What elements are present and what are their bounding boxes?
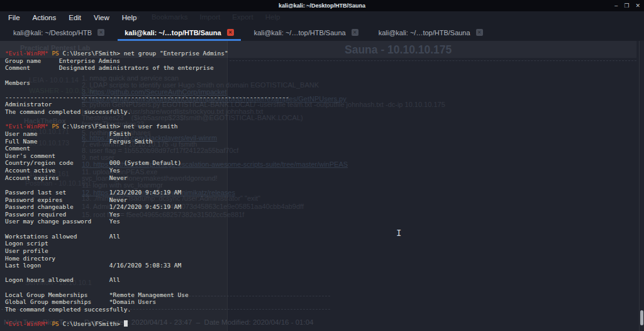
background-separator-rule (230, 60, 636, 61)
terminal-output: *Evil-WinRM* PS C:\Users\FSmith> net gro… (0, 41, 289, 328)
terminal-line: User's comment (5, 152, 55, 159)
terminal-viewport[interactable]: Sauna - 10.10.10.175 Node Type: Rich Tex… (0, 41, 644, 331)
tab-label: kali@kali: ~/…top/HTB/Sauna (254, 29, 346, 36)
menu-bar: View Bookmarks Import Export Help FileAc… (0, 11, 644, 24)
tab-close-icon[interactable]: ✕ (352, 29, 358, 36)
window-titlebar: Scan-Notes - CherryTree 0.38.6 kali@kali… (0, 0, 644, 11)
window-title: kali@kali: ~/Desktop/HTB/Sauna (279, 3, 365, 9)
terminal-line: *Evil-WinRM* PS C:\Users\FSmith> net use… (5, 123, 178, 130)
tab-label: kali@kali: ~/Desktop/HTB (13, 29, 92, 36)
scrollbar[interactable] (639, 41, 644, 331)
tab-label: kali@kali: ~/…top/HTB/Sauna (379, 29, 470, 36)
minimize-icon[interactable]: – (614, 0, 618, 11)
close-icon[interactable]: ✕ (635, 0, 640, 11)
tab-close-icon[interactable]: ✕ (227, 29, 234, 36)
tab-close-icon[interactable]: ✕ (97, 29, 104, 36)
terminal-line: Local Group Memberships *Remote Manageme… (5, 291, 189, 298)
terminal-window: Scan-Notes - CherryTree 0.38.6 kali@kali… (0, 0, 644, 331)
tab-bar: kali@kali: ~/Desktop/HTB✕kali@kali: ~/…t… (0, 24, 644, 41)
background-note-heading: Sauna - 10.10.10.175 (345, 43, 452, 57)
terminal-line: ----------------------------------------… (5, 94, 289, 101)
terminal-line: Password expires Never (5, 196, 127, 203)
window-controls: – ❐ ✕ (614, 0, 640, 11)
terminal-line: User name FSmith (5, 130, 131, 137)
terminal-line: Group name Enterprise Admins (5, 57, 120, 64)
terminal-line: The command completed successfully. (5, 108, 131, 115)
terminal-line: Comment Designated administrators of the… (5, 64, 214, 71)
maximize-icon[interactable]: ❐ (624, 0, 629, 11)
terminal-line: Password required Yes (5, 211, 120, 218)
terminal-line: *Evil-WinRM* PS C:\Users\FSmith> net gro… (5, 50, 228, 57)
terminal-tab-4[interactable]: kali@kali: ~/…top/HTB/Sauna✕ (372, 24, 490, 41)
terminal-line: User may change password Yes (5, 218, 120, 225)
terminal-line: Logon hours allowed All (5, 276, 120, 283)
terminal-line: *Evil-WinRM* PS C:\Users\FSmith> (5, 320, 124, 327)
terminal-line: Full Name Fergus Smith (5, 138, 153, 145)
terminal-line: The command completed successfully. (5, 306, 131, 313)
menu-item-file[interactable]: File (6, 13, 22, 23)
terminal-cursor (124, 320, 128, 327)
terminal-line: Password changeable 1/24/2020 9:45:19 AM (5, 203, 181, 210)
tab-close-icon[interactable]: ✕ (476, 29, 483, 36)
terminal-line: Administrator (5, 101, 52, 108)
terminal-line: Global Group memberships *Domain Users (5, 298, 156, 305)
terminal-line: Comment (5, 145, 30, 152)
terminal-line: User profile (5, 247, 48, 254)
scrollbar-thumb[interactable] (640, 310, 643, 325)
terminal-line: Account active Yes (5, 167, 120, 174)
terminal-line: Password last set 1/23/2020 9:45:19 AM (5, 189, 181, 196)
tab-label: kali@kali: ~/…top/HTB/Sauna (125, 29, 221, 36)
ibeam-pointer-icon: I (396, 228, 401, 238)
terminal-line: Members (5, 79, 30, 86)
terminal-line: Last logon 4/16/2020 5:08:33 AM (5, 262, 181, 269)
terminal-line: Workstations allowed All (5, 233, 120, 240)
terminal-tab-1[interactable]: kali@kali: ~/Desktop/HTB✕ (6, 24, 111, 41)
terminal-line: Country/region code 000 (System Default) (5, 159, 181, 166)
terminal-line: Home directory (5, 255, 55, 262)
terminal-tab-3[interactable]: kali@kali: ~/…top/HTB/Sauna✕ (247, 24, 365, 41)
terminal-tab-2[interactable]: kali@kali: ~/…top/HTB/Sauna✕ (118, 24, 240, 41)
menu-item-actions[interactable]: Actions (31, 13, 58, 23)
menu-item-edit[interactable]: Edit (67, 13, 83, 23)
menu-item-view[interactable]: View (92, 13, 111, 23)
terminal-line: Account expires Never (5, 174, 127, 181)
terminal-line: Logon script (5, 240, 48, 247)
background-menu-text: View Bookmarks Import Export Help (124, 13, 280, 21)
